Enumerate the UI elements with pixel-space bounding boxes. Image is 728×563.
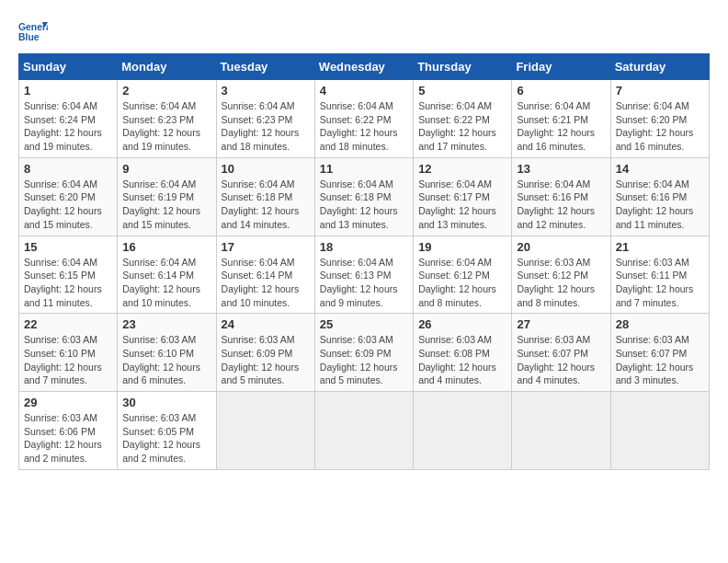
day-number: 24 [222, 317, 310, 331]
day-info: Sunrise: 6:03 AM Sunset: 6:07 PM Dayligh… [517, 333, 605, 387]
calendar-cell: 29 Sunrise: 6:03 AM Sunset: 6:06 PM Dayl… [19, 392, 118, 470]
calendar-cell: 23 Sunrise: 6:03 AM Sunset: 6:10 PM Dayl… [118, 314, 216, 392]
calendar-cell: 9 Sunrise: 6:04 AM Sunset: 6:19 PM Dayli… [118, 157, 216, 236]
day-info: Sunrise: 6:04 AM Sunset: 6:19 PM Dayligh… [122, 178, 210, 232]
calendar-cell: 7 Sunrise: 6:04 AM Sunset: 6:20 PM Dayli… [610, 80, 709, 158]
calendar-cell: 22 Sunrise: 6:03 AM Sunset: 6:10 PM Dayl… [19, 314, 118, 392]
day-number: 16 [122, 240, 210, 254]
day-number: 19 [418, 240, 506, 254]
day-info: Sunrise: 6:03 AM Sunset: 6:05 PM Dayligh… [122, 411, 210, 465]
day-number: 2 [122, 84, 210, 98]
day-number: 3 [222, 84, 310, 98]
calendar-cell [512, 392, 610, 470]
calendar-cell: 4 Sunrise: 6:04 AM Sunset: 6:22 PM Dayli… [314, 80, 413, 158]
column-header-tuesday: Tuesday [216, 54, 314, 80]
day-info: Sunrise: 6:04 AM Sunset: 6:16 PM Dayligh… [517, 178, 605, 232]
day-info: Sunrise: 6:03 AM Sunset: 6:06 PM Dayligh… [24, 411, 112, 465]
calendar-cell: 19 Sunrise: 6:04 AM Sunset: 6:12 PM Dayl… [414, 236, 512, 314]
calendar-cell [314, 392, 413, 470]
day-number: 13 [517, 162, 605, 176]
calendar-cell: 3 Sunrise: 6:04 AM Sunset: 6:23 PM Dayli… [216, 80, 314, 158]
column-header-thursday: Thursday [414, 54, 512, 80]
day-number: 8 [24, 162, 112, 176]
calendar-cell: 24 Sunrise: 6:03 AM Sunset: 6:09 PM Dayl… [216, 314, 314, 392]
calendar-week-3: 15 Sunrise: 6:04 AM Sunset: 6:15 PM Dayl… [19, 236, 710, 314]
calendar-cell: 21 Sunrise: 6:03 AM Sunset: 6:11 PM Dayl… [610, 236, 709, 314]
day-info: Sunrise: 6:03 AM Sunset: 6:07 PM Dayligh… [616, 333, 704, 387]
column-header-sunday: Sunday [19, 54, 118, 80]
day-info: Sunrise: 6:04 AM Sunset: 6:24 PM Dayligh… [24, 99, 112, 154]
calendar-cell: 30 Sunrise: 6:03 AM Sunset: 6:05 PM Dayl… [118, 392, 216, 470]
svg-text:Blue: Blue [18, 32, 40, 42]
day-info: Sunrise: 6:04 AM Sunset: 6:22 PM Dayligh… [320, 99, 408, 154]
day-number: 11 [320, 162, 408, 176]
calendar-cell: 5 Sunrise: 6:04 AM Sunset: 6:22 PM Dayli… [414, 80, 512, 158]
page-header: General Blue [18, 18, 710, 44]
calendar-cell: 1 Sunrise: 6:04 AM Sunset: 6:24 PM Dayli… [19, 80, 118, 158]
day-number: 29 [24, 396, 112, 409]
day-number: 25 [320, 317, 408, 331]
day-info: Sunrise: 6:04 AM Sunset: 6:16 PM Dayligh… [616, 178, 704, 232]
day-number: 22 [24, 317, 112, 331]
day-info: Sunrise: 6:04 AM Sunset: 6:12 PM Dayligh… [418, 256, 506, 310]
calendar-cell: 16 Sunrise: 6:04 AM Sunset: 6:14 PM Dayl… [118, 236, 216, 314]
day-number: 15 [24, 240, 112, 254]
day-info: Sunrise: 6:03 AM Sunset: 6:12 PM Dayligh… [517, 256, 605, 310]
day-info: Sunrise: 6:04 AM Sunset: 6:23 PM Dayligh… [222, 99, 310, 154]
day-number: 1 [24, 84, 112, 98]
calendar-cell: 17 Sunrise: 6:04 AM Sunset: 6:14 PM Dayl… [216, 236, 314, 314]
calendar-cell: 11 Sunrise: 6:04 AM Sunset: 6:18 PM Dayl… [314, 157, 413, 236]
day-info: Sunrise: 6:04 AM Sunset: 6:14 PM Dayligh… [122, 256, 210, 310]
calendar-header-row: SundayMondayTuesdayWednesdayThursdayFrid… [19, 54, 710, 80]
day-number: 12 [418, 162, 506, 176]
day-info: Sunrise: 6:04 AM Sunset: 6:21 PM Dayligh… [517, 99, 605, 154]
day-number: 26 [418, 317, 506, 331]
day-number: 23 [122, 317, 210, 331]
calendar-cell: 28 Sunrise: 6:03 AM Sunset: 6:07 PM Dayl… [610, 314, 709, 392]
calendar-cell: 27 Sunrise: 6:03 AM Sunset: 6:07 PM Dayl… [512, 314, 610, 392]
calendar-cell: 26 Sunrise: 6:03 AM Sunset: 6:08 PM Dayl… [414, 314, 512, 392]
day-number: 17 [222, 240, 310, 254]
day-number: 20 [517, 240, 605, 254]
day-number: 5 [418, 84, 506, 98]
day-info: Sunrise: 6:03 AM Sunset: 6:11 PM Dayligh… [616, 256, 704, 310]
calendar-cell: 25 Sunrise: 6:03 AM Sunset: 6:09 PM Dayl… [314, 314, 413, 392]
calendar-cell: 8 Sunrise: 6:04 AM Sunset: 6:20 PM Dayli… [19, 157, 118, 236]
calendar-cell: 15 Sunrise: 6:04 AM Sunset: 6:15 PM Dayl… [19, 236, 118, 314]
column-header-wednesday: Wednesday [314, 54, 413, 80]
day-info: Sunrise: 6:04 AM Sunset: 6:20 PM Dayligh… [24, 178, 112, 232]
day-number: 7 [616, 84, 704, 98]
day-number: 28 [616, 317, 704, 331]
logo-icon: General Blue [18, 18, 48, 44]
calendar-cell: 2 Sunrise: 6:04 AM Sunset: 6:23 PM Dayli… [118, 80, 216, 158]
day-number: 21 [616, 240, 704, 254]
day-number: 10 [222, 162, 310, 176]
day-number: 27 [517, 317, 605, 331]
day-info: Sunrise: 6:04 AM Sunset: 6:22 PM Dayligh… [418, 99, 506, 154]
day-number: 30 [122, 396, 210, 409]
calendar-cell: 10 Sunrise: 6:04 AM Sunset: 6:18 PM Dayl… [216, 157, 314, 236]
day-info: Sunrise: 6:04 AM Sunset: 6:13 PM Dayligh… [320, 256, 408, 310]
day-info: Sunrise: 6:03 AM Sunset: 6:10 PM Dayligh… [122, 333, 210, 387]
day-number: 14 [616, 162, 704, 176]
calendar-week-1: 1 Sunrise: 6:04 AM Sunset: 6:24 PM Dayli… [19, 80, 710, 158]
column-header-saturday: Saturday [610, 54, 709, 80]
calendar-cell: 20 Sunrise: 6:03 AM Sunset: 6:12 PM Dayl… [512, 236, 610, 314]
day-number: 9 [122, 162, 210, 176]
day-info: Sunrise: 6:04 AM Sunset: 6:23 PM Dayligh… [122, 99, 210, 154]
day-number: 6 [517, 84, 605, 98]
calendar-week-4: 22 Sunrise: 6:03 AM Sunset: 6:10 PM Dayl… [19, 314, 710, 392]
calendar-cell [414, 392, 512, 470]
calendar-week-5: 29 Sunrise: 6:03 AM Sunset: 6:06 PM Dayl… [19, 392, 710, 470]
day-info: Sunrise: 6:04 AM Sunset: 6:18 PM Dayligh… [222, 178, 310, 232]
day-info: Sunrise: 6:04 AM Sunset: 6:20 PM Dayligh… [616, 99, 704, 154]
day-info: Sunrise: 6:04 AM Sunset: 6:15 PM Dayligh… [24, 256, 112, 310]
calendar-week-2: 8 Sunrise: 6:04 AM Sunset: 6:20 PM Dayli… [19, 157, 710, 236]
day-info: Sunrise: 6:03 AM Sunset: 6:09 PM Dayligh… [222, 333, 310, 387]
calendar-cell [216, 392, 314, 470]
day-number: 4 [320, 84, 408, 98]
day-info: Sunrise: 6:04 AM Sunset: 6:18 PM Dayligh… [320, 178, 408, 232]
calendar-cell: 13 Sunrise: 6:04 AM Sunset: 6:16 PM Dayl… [512, 157, 610, 236]
day-info: Sunrise: 6:03 AM Sunset: 6:10 PM Dayligh… [24, 333, 112, 387]
calendar-table: SundayMondayTuesdayWednesdayThursdayFrid… [18, 53, 710, 470]
